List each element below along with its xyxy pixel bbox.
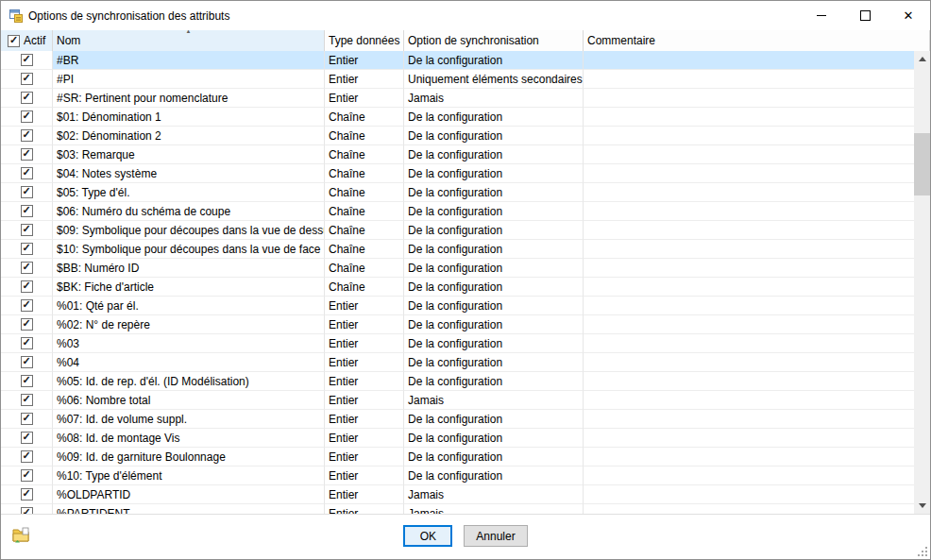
row-comment[interactable] <box>584 410 914 429</box>
row-checkbox[interactable]: ✓ <box>21 129 33 142</box>
table-row[interactable]: ✓ $06: Numéro du schéma de coupe Chaîne … <box>1 202 914 221</box>
table-row[interactable]: ✓ $04: Notes système Chaîne De la config… <box>1 164 914 183</box>
row-comment[interactable] <box>584 372 914 391</box>
table-row[interactable]: ✓ %05: Id. de rep. d'él. (ID Modélisatio… <box>1 372 914 391</box>
row-checkbox[interactable]: ✓ <box>21 280 33 293</box>
row-checkbox[interactable]: ✓ <box>21 432 33 444</box>
row-option[interactable]: De la configuration <box>404 183 584 202</box>
row-checkbox[interactable]: ✓ <box>21 205 33 217</box>
row-checkbox[interactable]: ✓ <box>21 488 33 501</box>
table-row[interactable]: ✓ %02: N° de repère Entier De la configu… <box>1 315 914 334</box>
row-checkbox[interactable]: ✓ <box>21 318 33 331</box>
maximize-button[interactable] <box>843 1 887 30</box>
table-row[interactable]: ✓ $BK: Fiche d'article Chaîne De la conf… <box>1 278 914 297</box>
row-option[interactable]: De la configuration <box>404 297 584 315</box>
table-row[interactable]: ✓ $09: Symbolique pour découpes dans la … <box>1 221 914 240</box>
row-option[interactable]: De la configuration <box>404 334 584 353</box>
table-row[interactable]: ✓ %09: Id. de garniture Boulonnage Entie… <box>1 448 914 467</box>
row-checkbox[interactable]: ✓ <box>21 450 33 463</box>
column-header-type[interactable]: Type données <box>325 30 404 51</box>
row-checkbox[interactable]: ✓ <box>21 73 33 85</box>
row-option[interactable]: De la configuration <box>404 164 584 183</box>
table-row[interactable]: ✓ $05: Type d'él. Chaîne De la configura… <box>1 183 914 202</box>
row-comment[interactable] <box>584 315 914 334</box>
table-row[interactable]: ✓ #PI Entier Uniquement éléments seconda… <box>1 70 914 89</box>
row-comment[interactable] <box>584 429 914 448</box>
row-comment[interactable] <box>584 51 914 70</box>
row-option[interactable]: De la configuration <box>404 221 584 240</box>
row-comment[interactable] <box>584 391 914 410</box>
table-row[interactable]: ✓ $01: Dénomination 1 Chaîne De la confi… <box>1 108 914 127</box>
row-option[interactable]: Jamais <box>404 485 584 504</box>
row-comment[interactable] <box>584 108 914 127</box>
column-header-commentaire[interactable]: Commentaire <box>584 30 930 51</box>
ok-button[interactable]: OK <box>403 525 452 547</box>
row-option[interactable]: De la configuration <box>404 278 584 297</box>
table-row[interactable]: ✓ #SR: Pertinent pour nomenclature Entie… <box>1 89 914 108</box>
row-comment[interactable] <box>584 504 914 514</box>
row-comment[interactable] <box>584 127 914 145</box>
table-row[interactable]: ✓ $03: Remarque Chaîne De la configurati… <box>1 145 914 164</box>
row-checkbox[interactable]: ✓ <box>21 469 33 482</box>
row-option[interactable]: De la configuration <box>404 372 584 391</box>
resize-grip[interactable] <box>916 545 928 557</box>
row-checkbox[interactable]: ✓ <box>21 413 33 425</box>
table-row[interactable]: ✓ %10: Type d'élément Entier De la confi… <box>1 467 914 485</box>
row-checkbox[interactable]: ✓ <box>21 507 33 514</box>
close-button[interactable]: ✕ <box>887 1 930 30</box>
row-checkbox[interactable]: ✓ <box>21 224 33 236</box>
row-checkbox[interactable]: ✓ <box>21 110 33 123</box>
row-comment[interactable] <box>584 70 914 89</box>
row-comment[interactable] <box>584 448 914 467</box>
row-comment[interactable] <box>584 278 914 297</box>
row-option[interactable]: De la configuration <box>404 145 584 164</box>
row-option[interactable]: De la configuration <box>404 51 584 70</box>
row-checkbox[interactable]: ✓ <box>21 394 33 406</box>
row-option[interactable]: De la configuration <box>404 259 584 278</box>
table-row[interactable]: ✓ %07: Id. de volume suppl. Entier De la… <box>1 410 914 429</box>
vertical-scrollbar[interactable] <box>914 51 930 514</box>
row-comment[interactable] <box>584 89 914 108</box>
row-comment[interactable] <box>584 334 914 353</box>
table-row[interactable]: ✓ $10: Symbolique pour découpes dans la … <box>1 240 914 259</box>
row-checkbox[interactable]: ✓ <box>21 167 33 179</box>
minimize-button[interactable] <box>800 1 843 30</box>
row-option[interactable]: Uniquement éléments secondaires <box>404 70 584 89</box>
row-option[interactable]: De la configuration <box>404 108 584 127</box>
column-header-nom[interactable]: ▲ Nom <box>53 30 325 51</box>
table-row[interactable]: ✓ $02: Dénomination 2 Chaîne De la confi… <box>1 127 914 145</box>
scroll-up-button[interactable] <box>914 51 930 67</box>
row-comment[interactable] <box>584 183 914 202</box>
row-comment[interactable] <box>584 240 914 259</box>
row-option[interactable]: Jamais <box>404 391 584 410</box>
scroll-down-button[interactable] <box>914 498 930 514</box>
table-row[interactable]: ✓ %03 Entier De la configuration <box>1 334 914 353</box>
cancel-button[interactable]: Annuler <box>464 525 527 547</box>
row-checkbox[interactable]: ✓ <box>21 148 33 161</box>
row-option[interactable]: De la configuration <box>404 429 584 448</box>
row-checkbox[interactable]: ✓ <box>21 186 33 198</box>
row-option[interactable]: Jamais <box>404 89 584 108</box>
select-all-checkbox[interactable]: ✓ <box>8 35 20 47</box>
row-checkbox[interactable]: ✓ <box>21 54 33 66</box>
row-checkbox[interactable]: ✓ <box>21 262 33 274</box>
table-row[interactable]: ✓ %04 Entier De la configuration <box>1 353 914 372</box>
row-option[interactable]: De la configuration <box>404 410 584 429</box>
row-option[interactable]: De la configuration <box>404 315 584 334</box>
row-option[interactable]: De la configuration <box>404 467 584 485</box>
row-option[interactable]: Jamais <box>404 504 584 514</box>
scrollbar-thumb[interactable] <box>914 133 930 195</box>
row-checkbox[interactable]: ✓ <box>21 375 33 387</box>
scrollbar-track[interactable] <box>914 67 930 498</box>
table-row[interactable]: ✓ $BB: Numéro ID Chaîne De la configurat… <box>1 259 914 278</box>
row-checkbox[interactable]: ✓ <box>21 299 33 312</box>
row-option[interactable]: De la configuration <box>404 202 584 221</box>
row-checkbox[interactable]: ✓ <box>21 243 33 255</box>
row-option[interactable]: De la configuration <box>404 353 584 372</box>
table-row[interactable]: ✓ %OLDPARTID Entier Jamais <box>1 485 914 504</box>
table-row[interactable]: ✓ %06: Nombre total Entier Jamais <box>1 391 914 410</box>
table-row[interactable]: ✓ %08: Id. de montage Vis Entier De la c… <box>1 429 914 448</box>
column-header-actif[interactable]: ✓ Actif <box>1 30 53 51</box>
row-checkbox[interactable]: ✓ <box>21 92 33 104</box>
table-row[interactable]: ✓ %01: Qté par él. Entier De la configur… <box>1 297 914 315</box>
